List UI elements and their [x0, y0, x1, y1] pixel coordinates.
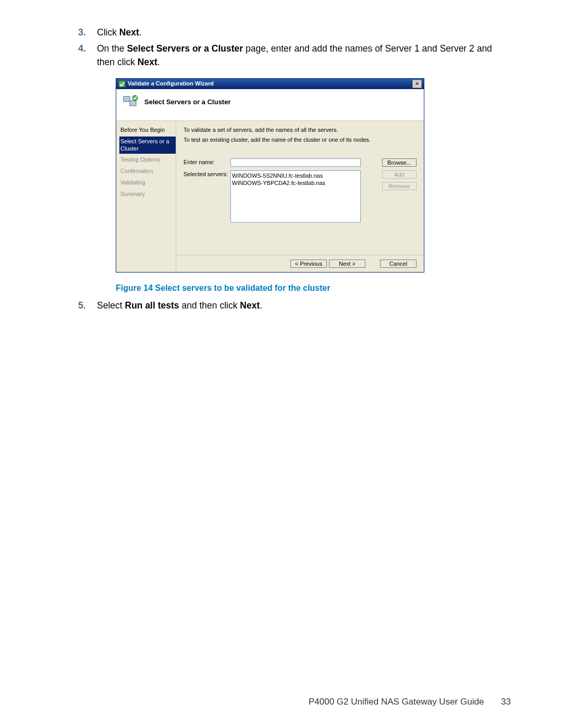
enter-name-input[interactable] [230, 158, 361, 167]
footer-title: P4000 G2 Unified NAS Gateway User Guide [309, 697, 484, 707]
cancel-button[interactable]: Cancel [380, 260, 417, 268]
wizard-header: Select Servers or a Cluster [116, 89, 424, 121]
figure-caption: Figure 14 Select servers to be validated… [116, 282, 511, 294]
step-number: 4. [78, 42, 86, 55]
step-4: 4. On the Select Servers or a Cluster pa… [78, 42, 511, 294]
nav-validating: Validating [119, 178, 176, 188]
wizard-step-icon [121, 93, 139, 111]
step-text: Select Run all tests and then click Next… [97, 300, 262, 311]
window-title: Validate a Configuration Wizard [128, 80, 412, 88]
wizard-content: To validate a set of servers, add the na… [176, 121, 424, 272]
step-text: On the Select Servers or a Cluster page,… [97, 43, 492, 67]
wizard-nav: Before You Begin Select Servers or a Clu… [116, 121, 176, 272]
titlebar: Validate a Configuration Wizard ✕ [116, 79, 424, 89]
step-number: 3. [78, 26, 86, 39]
svg-rect-1 [124, 96, 130, 102]
step-5: 5. Select Run all tests and then click N… [78, 299, 511, 312]
svg-rect-2 [130, 101, 136, 106]
nav-select-servers[interactable]: Select Servers or a Cluster [119, 137, 176, 154]
nav-before-you-begin[interactable]: Before You Begin [119, 125, 176, 135]
nav-summary: Summary [119, 189, 176, 200]
enter-name-label: Enter name: [183, 158, 230, 167]
selected-servers-label: Selected servers: [183, 170, 230, 179]
selected-servers-list[interactable]: WINDOWS-5S2NNIU.fc-testlab.nas WINDOWS-Y… [230, 170, 361, 223]
step-text: Click Next. [97, 27, 142, 38]
add-button: Add [382, 170, 417, 179]
instruction-line-2: To test an existing cluster, add the nam… [183, 136, 417, 144]
step-number: 5. [78, 299, 86, 312]
wizard-window: Validate a Configuration Wizard ✕ [116, 78, 424, 273]
app-icon [118, 80, 126, 88]
nav-testing-options: Testing Options [119, 155, 176, 165]
close-icon: ✕ [415, 81, 419, 87]
close-button[interactable]: ✕ [412, 80, 422, 88]
wizard-header-title: Select Servers or a Cluster [144, 97, 230, 107]
page-footer: P4000 G2 Unified NAS Gateway User Guide … [309, 697, 511, 707]
page-number: 33 [501, 697, 511, 707]
next-button[interactable]: Next > [329, 260, 365, 268]
step-3: 3. Click Next. [78, 26, 511, 39]
browse-button[interactable]: Browse... [382, 158, 417, 167]
list-item[interactable]: WINDOWS-5S2NNIU.fc-testlab.nas [232, 172, 359, 179]
nav-confirmation: Confirmation [119, 166, 176, 177]
previous-button[interactable]: < Previous [290, 260, 327, 268]
remove-button: Remove [382, 182, 417, 190]
instruction-line-1: To validate a set of servers, add the na… [183, 126, 417, 134]
list-item[interactable]: WINDOWS-YBPCDA2.fc-testlab.nas [232, 179, 359, 187]
